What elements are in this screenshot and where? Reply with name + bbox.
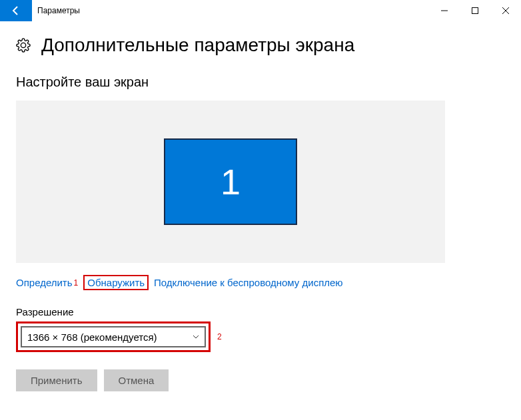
resolution-value: 1366 × 768 (рекомендуется) xyxy=(27,331,157,343)
minimize-button[interactable] xyxy=(429,0,460,21)
svg-rect-1 xyxy=(472,8,478,14)
arrow-left-icon xyxy=(11,5,21,16)
chevron-down-icon xyxy=(193,333,199,340)
annotation-box-resolution: 1366 × 768 (рекомендуется) xyxy=(16,321,211,352)
resolution-row: 1366 × 768 (рекомендуется) 2 xyxy=(16,321,505,352)
cancel-button[interactable]: Отмена xyxy=(104,369,169,391)
page-title: Дополнительные параметры экрана xyxy=(41,35,354,56)
resolution-dropdown[interactable]: 1366 × 768 (рекомендуется) xyxy=(21,326,206,347)
titlebar: Параметры xyxy=(0,0,521,21)
content-area: Дополнительные параметры экрана Настройт… xyxy=(0,21,521,405)
display-links-row: Определить 1 Обнаружить Подключение к бе… xyxy=(16,275,505,290)
identify-link[interactable]: Определить xyxy=(16,277,73,288)
resolution-label: Разрешение xyxy=(16,306,505,317)
action-buttons: Применить Отмена xyxy=(16,369,505,391)
close-icon xyxy=(502,7,509,14)
page-header: Дополнительные параметры экрана xyxy=(16,35,505,56)
monitor-number: 1 xyxy=(221,161,241,202)
annotation-1: 1 xyxy=(74,278,79,288)
minimize-icon xyxy=(441,7,448,14)
detect-link[interactable]: Обнаружить xyxy=(87,277,145,288)
close-button[interactable] xyxy=(490,0,521,21)
apply-button[interactable]: Применить xyxy=(16,369,97,391)
window-title: Параметры xyxy=(37,6,80,15)
maximize-icon xyxy=(472,7,478,14)
monitor-preview-area[interactable]: 1 xyxy=(16,101,445,263)
back-button[interactable] xyxy=(0,0,32,21)
gear-icon xyxy=(16,38,31,53)
monitor-1[interactable]: 1 xyxy=(164,138,297,225)
window-controls xyxy=(429,0,521,21)
annotation-box-detect: Обнаружить xyxy=(83,275,149,290)
maximize-button[interactable] xyxy=(460,0,490,21)
wireless-display-link[interactable]: Подключение к беспроводному дисплею xyxy=(154,277,343,288)
annotation-2: 2 xyxy=(217,332,222,341)
section-customize-title: Настройте ваш экран xyxy=(16,75,505,90)
